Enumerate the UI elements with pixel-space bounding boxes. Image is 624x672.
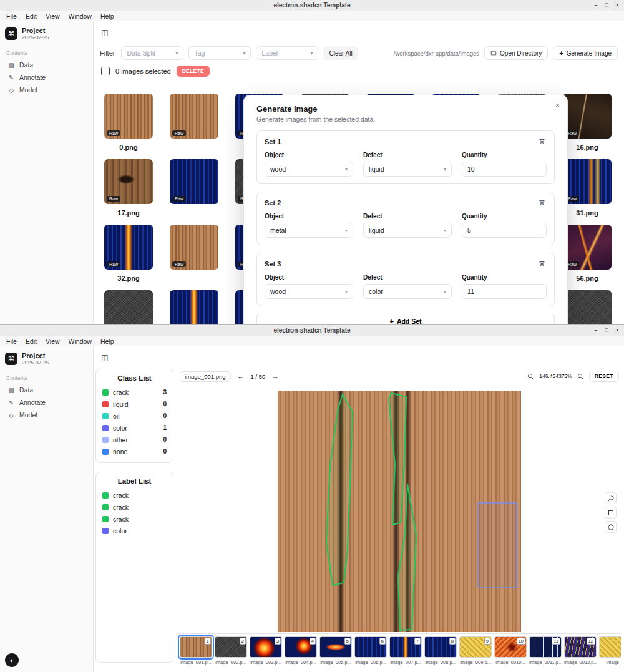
- grid-cell[interactable]: Raw: [563, 290, 612, 324]
- generate-image-button[interactable]: + Generate Image: [553, 46, 618, 60]
- image-thumbnail[interactable]: Raw: [104, 159, 153, 204]
- defect-select[interactable]: liquid▾: [363, 223, 452, 238]
- sidebar-item-annotate[interactable]: ✎Annotate: [4, 71, 89, 84]
- sidebar-toggle-button[interactable]: ◫: [99, 27, 110, 38]
- class-item-color[interactable]: color1: [102, 422, 167, 434]
- menu-view[interactable]: View: [41, 338, 64, 345]
- grid-cell[interactable]: Raw32.png: [104, 225, 153, 283]
- sidebar-item-data[interactable]: ▤Data: [4, 384, 89, 396]
- sidebar-item-model[interactable]: ◇Model: [4, 409, 89, 421]
- thumbnail-item[interactable]: 2image_002.p...: [215, 636, 247, 672]
- menu-edit[interactable]: Edit: [21, 338, 41, 345]
- class-item-oil[interactable]: oil0: [102, 410, 167, 422]
- close-icon[interactable]: ×: [616, 0, 619, 11]
- thumbnail-item[interactable]: 12image_0012.p...: [564, 636, 597, 672]
- image-thumbnail[interactable]: Raw: [563, 159, 612, 204]
- image-thumbnail[interactable]: Raw: [563, 94, 612, 139]
- project-switcher[interactable]: ⌘ Project 2025-07-25: [0, 350, 93, 368]
- grid-cell[interactable]: Raw0.png: [104, 94, 153, 152]
- label-item[interactable]: crack: [102, 513, 167, 525]
- menu-file[interactable]: File: [2, 338, 21, 345]
- close-icon[interactable]: ×: [555, 101, 560, 110]
- class-item-crack[interactable]: crack3: [102, 386, 167, 398]
- thumbnail-item[interactable]: 11image_0011.p...: [529, 636, 562, 672]
- close-icon[interactable]: ×: [616, 325, 619, 336]
- thumbnail-item[interactable]: 7image_007.p...: [389, 636, 422, 672]
- object-select[interactable]: wood▾: [265, 162, 353, 177]
- maximize-icon[interactable]: □: [605, 325, 608, 336]
- image-thumbnail[interactable]: Raw: [104, 290, 153, 324]
- quantity-input[interactable]: [462, 284, 547, 299]
- quantity-input[interactable]: [462, 162, 547, 177]
- delete-button[interactable]: DELETE: [177, 66, 210, 77]
- titlebar[interactable]: electron-shadcn Template – □ ×: [0, 325, 624, 336]
- image-thumbnail[interactable]: Raw: [170, 225, 218, 270]
- menu-help[interactable]: Help: [96, 338, 119, 345]
- rectangle-tool-button[interactable]: [605, 507, 617, 519]
- zoom-out-button[interactable]: [526, 372, 535, 381]
- select-all-checkbox[interactable]: [101, 67, 110, 75]
- polygon-tool-button[interactable]: [605, 521, 617, 533]
- grid-cell[interactable]: Raw: [170, 225, 218, 283]
- add-set-button[interactable]: +Add Set: [256, 314, 555, 324]
- thumbnail-item[interactable]: 9image_009.p...: [459, 636, 492, 672]
- delete-set-button[interactable]: [537, 137, 547, 146]
- minimize-icon[interactable]: –: [594, 325, 597, 336]
- image-thumbnail[interactable]: Raw: [170, 159, 218, 204]
- label-item[interactable]: crack: [102, 489, 167, 501]
- image-thumbnail[interactable]: Raw: [104, 94, 153, 139]
- previous-image-button[interactable]: ←: [235, 371, 246, 382]
- defect-select[interactable]: color▾: [363, 284, 452, 299]
- clear-all-button[interactable]: Clear All: [323, 46, 358, 60]
- lasso-tool-button[interactable]: [605, 492, 617, 504]
- grid-cell[interactable]: Raw: [170, 159, 218, 217]
- minimize-icon[interactable]: –: [594, 0, 597, 11]
- thumbnail-item[interactable]: image_0: [599, 636, 621, 672]
- titlebar[interactable]: electron-shadcn Template – □ ×: [0, 0, 624, 11]
- data-split-select[interactable]: Data Split▾: [121, 46, 183, 60]
- tag-select[interactable]: Tag▾: [188, 46, 251, 60]
- class-item-liquid[interactable]: liquid0: [102, 398, 167, 410]
- theme-toggle-button[interactable]: ◐: [5, 653, 19, 667]
- thumbnail-item[interactable]: 4image_004.p...: [285, 636, 317, 672]
- object-select[interactable]: metal▾: [265, 223, 353, 238]
- annotation-polygon-crack[interactable]: [326, 394, 353, 585]
- class-item-none[interactable]: none0: [102, 446, 167, 457]
- image-thumbnail[interactable]: Raw: [104, 225, 153, 270]
- menu-help[interactable]: Help: [96, 12, 119, 20]
- image-thumbnail[interactable]: Raw: [563, 290, 612, 324]
- zoom-in-button[interactable]: [576, 372, 585, 381]
- label-select[interactable]: Label▾: [256, 46, 318, 60]
- delete-set-button[interactable]: [537, 259, 547, 268]
- sidebar-item-annotate[interactable]: ✎Annotate: [4, 396, 89, 409]
- defect-select[interactable]: liquid▾: [363, 162, 452, 177]
- reset-zoom-button[interactable]: RESET: [589, 371, 619, 382]
- image-thumbnail[interactable]: Raw: [170, 290, 218, 324]
- grid-cell[interactable]: Raw56.png: [563, 225, 612, 283]
- thumbnail-item[interactable]: 1image_001.p...: [180, 636, 212, 672]
- menu-file[interactable]: File: [2, 12, 21, 20]
- maximize-icon[interactable]: □: [605, 0, 608, 11]
- object-select[interactable]: wood▾: [265, 284, 353, 299]
- delete-set-button[interactable]: [537, 198, 547, 207]
- menu-window[interactable]: Window: [64, 12, 96, 20]
- sidebar-toggle-button[interactable]: ◫: [99, 352, 110, 363]
- image-thumbnail[interactable]: Raw: [170, 94, 218, 139]
- thumbnail-item[interactable]: 8image_008.p...: [424, 636, 457, 672]
- thumbnail-item[interactable]: 3image_003.p...: [250, 636, 282, 672]
- grid-cell[interactable]: Raw: [170, 94, 218, 152]
- label-item[interactable]: color: [102, 525, 167, 537]
- thumbnail-item[interactable]: 10image_0010...: [494, 636, 527, 672]
- open-directory-button[interactable]: Open Directory: [484, 46, 548, 60]
- thumbnail-item[interactable]: 5image_005.p...: [319, 636, 352, 672]
- menu-window[interactable]: Window: [64, 338, 96, 345]
- quantity-input[interactable]: [462, 223, 547, 238]
- grid-cell[interactable]: Raw: [104, 290, 153, 324]
- sidebar-item-data[interactable]: ▤Data: [4, 59, 89, 71]
- grid-cell[interactable]: Raw: [170, 290, 218, 324]
- grid-cell[interactable]: Raw31.png: [563, 159, 612, 217]
- menu-edit[interactable]: Edit: [21, 12, 41, 20]
- thumbnail-item[interactable]: 6image_006.p...: [354, 636, 387, 672]
- sidebar-item-model[interactable]: ◇Model: [4, 84, 89, 96]
- project-switcher[interactable]: ⌘ Project 2025-07-25: [0, 25, 93, 42]
